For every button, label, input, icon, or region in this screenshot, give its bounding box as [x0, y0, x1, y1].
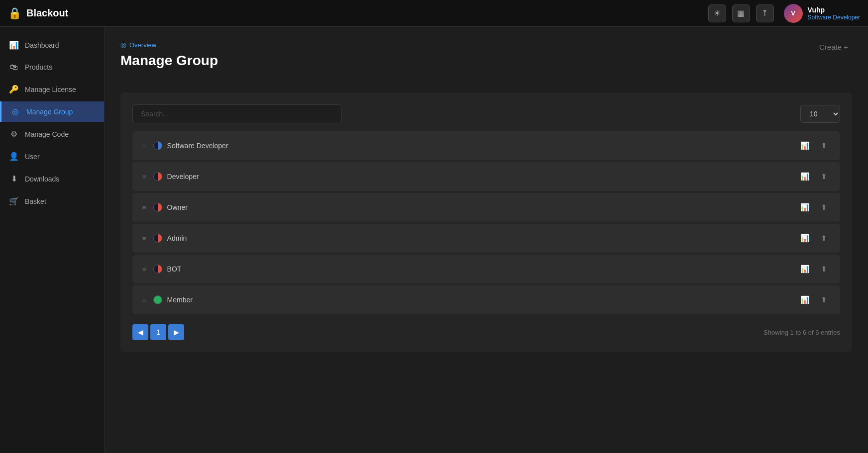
- topbar: 🔒 Blackout ☀ ▦ ⤒ V Vuhp Software Develop…: [0, 0, 868, 27]
- group-row-left: ≡ Owner: [142, 203, 797, 212]
- main-layout: 📊 Dashboard 🛍 Products 🔑 Manage License …: [0, 27, 868, 453]
- group-row[interactable]: ≡ Admin 📊 ⬆: [132, 224, 840, 253]
- showing-entries-text: Showing 1 to 6 of 6 entries: [763, 329, 840, 336]
- group-row-left: ≡ Admin: [142, 234, 797, 243]
- group-name: Admin: [167, 234, 187, 242]
- user-info: Vuhp Software Developer: [808, 6, 860, 21]
- manage-license-icon: 🔑: [9, 85, 19, 94]
- prev-page-button[interactable]: ◀: [132, 324, 148, 340]
- stats-button[interactable]: 📊: [797, 293, 813, 306]
- group-dot: [153, 265, 162, 273]
- sidebar-item-manage-license[interactable]: 🔑 Manage License: [0, 79, 104, 99]
- upload-button[interactable]: ⬆: [818, 293, 830, 306]
- sidebar-item-basket[interactable]: 🛒 Basket: [0, 191, 104, 211]
- group-row-left: ≡ Member: [142, 295, 797, 304]
- username: Vuhp: [808, 6, 860, 14]
- group-row-actions: 📊 ⬆: [797, 201, 830, 214]
- sidebar-item-products[interactable]: 🛍 Products: [0, 57, 104, 77]
- stats-button[interactable]: 📊: [797, 232, 813, 245]
- app-logo: 🔒 Blackout: [8, 7, 68, 20]
- per-page-select[interactable]: 10 25 50 100: [800, 105, 840, 123]
- sidebar: 📊 Dashboard 🛍 Products 🔑 Manage License …: [0, 27, 105, 453]
- notifications-button[interactable]: ⤒: [756, 4, 774, 22]
- sidebar-item-manage-code[interactable]: ⚙ Manage Code: [0, 124, 104, 144]
- group-row[interactable]: ≡ Member 📊 ⬆: [132, 285, 840, 314]
- group-row-actions: 📊 ⬆: [797, 139, 830, 152]
- layout-button[interactable]: ▦: [732, 4, 750, 22]
- sidebar-item-label: Downloads: [25, 175, 59, 183]
- sidebar-item-label: User: [25, 153, 40, 161]
- group-name: Member: [167, 296, 193, 304]
- header-row: ◎ Overview Manage Group Create +: [120, 41, 852, 81]
- topbar-icons: ☀ ▦ ⤒ V Vuhp Software Developer: [708, 4, 860, 23]
- pagination-buttons: ◀ 1 ▶: [132, 324, 184, 340]
- search-input[interactable]: [132, 104, 341, 123]
- breadcrumb-icon: ◎: [120, 41, 126, 49]
- group-row[interactable]: ≡ Developer 📊 ⬆: [132, 162, 840, 191]
- basket-icon: 🛒: [9, 196, 19, 206]
- breadcrumb-text: Overview: [129, 41, 156, 49]
- group-dot: [153, 295, 162, 304]
- breadcrumb: ◎ Overview: [120, 41, 218, 49]
- group-row-left: ≡ BOT: [142, 265, 797, 273]
- user-profile: V Vuhp Software Developer: [784, 4, 860, 23]
- upload-button[interactable]: ⬆: [818, 170, 830, 183]
- user-icon: 👤: [9, 152, 19, 161]
- group-row-actions: 📊 ⬆: [797, 170, 830, 183]
- page-title: Manage Group: [120, 53, 218, 69]
- downloads-icon: ⬇: [9, 174, 19, 183]
- sidebar-item-label: Manage Group: [26, 108, 73, 116]
- group-dot: [153, 234, 162, 243]
- drag-handle-icon: ≡: [142, 235, 146, 242]
- create-button[interactable]: Create +: [815, 41, 852, 53]
- group-row[interactable]: ≡ Owner 📊 ⬆: [132, 193, 840, 222]
- sidebar-item-label: Dashboard: [25, 41, 59, 49]
- upload-button[interactable]: ⬆: [818, 232, 830, 245]
- upload-button[interactable]: ⬆: [818, 201, 830, 214]
- products-icon: 🛍: [9, 63, 19, 72]
- sidebar-item-label: Basket: [25, 197, 46, 205]
- upload-button[interactable]: ⬆: [818, 263, 830, 275]
- sidebar-item-dashboard[interactable]: 📊 Dashboard: [0, 35, 104, 55]
- drag-handle-icon: ≡: [142, 142, 146, 150]
- group-rows: ≡ Software Developer 📊 ⬆ ≡ Developer: [132, 131, 840, 314]
- pagination-row: ◀ 1 ▶ Showing 1 to 6 of 6 entries: [132, 324, 840, 340]
- group-row-actions: 📊 ⬆: [797, 293, 830, 306]
- manage-group-card: 10 25 50 100 ≡ Software Developer 📊: [120, 92, 852, 352]
- group-row[interactable]: ≡ Software Developer 📊 ⬆: [132, 131, 840, 160]
- main-content: ◎ Overview Manage Group Create + 10 25 5…: [105, 27, 868, 453]
- group-name: Software Developer: [167, 142, 228, 150]
- group-row-actions: 📊 ⬆: [797, 263, 830, 275]
- app-name: Blackout: [26, 7, 68, 19]
- avatar: V: [784, 4, 803, 23]
- user-role: Software Developer: [808, 14, 860, 21]
- manage-group-icon: ◎: [10, 107, 20, 116]
- sidebar-item-manage-group[interactable]: ◎ Manage Group: [0, 101, 104, 122]
- group-dot: [153, 141, 162, 150]
- stats-button[interactable]: 📊: [797, 170, 813, 183]
- page-1-button[interactable]: 1: [150, 324, 166, 340]
- group-row-left: ≡ Software Developer: [142, 141, 797, 150]
- group-name: Developer: [167, 173, 199, 181]
- stats-button[interactable]: 📊: [797, 139, 813, 152]
- next-page-button[interactable]: ▶: [168, 324, 184, 340]
- group-row-left: ≡ Developer: [142, 172, 797, 181]
- drag-handle-icon: ≡: [142, 204, 146, 211]
- drag-handle-icon: ≡: [142, 296, 146, 304]
- stats-button[interactable]: 📊: [797, 201, 813, 214]
- stats-button[interactable]: 📊: [797, 263, 813, 275]
- sidebar-item-user[interactable]: 👤 User: [0, 146, 104, 167]
- theme-toggle-button[interactable]: ☀: [708, 4, 726, 22]
- group-dot: [153, 203, 162, 212]
- drag-handle-icon: ≡: [142, 173, 146, 181]
- group-row[interactable]: ≡ BOT 📊 ⬆: [132, 255, 840, 283]
- upload-button[interactable]: ⬆: [818, 139, 830, 152]
- page-header: ◎ Overview Manage Group: [120, 41, 218, 81]
- group-row-actions: 📊 ⬆: [797, 232, 830, 245]
- group-name: Owner: [167, 203, 188, 211]
- search-row: 10 25 50 100: [132, 104, 840, 123]
- sidebar-item-downloads[interactable]: ⬇ Downloads: [0, 169, 104, 189]
- group-name: BOT: [167, 265, 182, 273]
- dashboard-icon: 📊: [9, 40, 19, 50]
- manage-code-icon: ⚙: [9, 129, 19, 139]
